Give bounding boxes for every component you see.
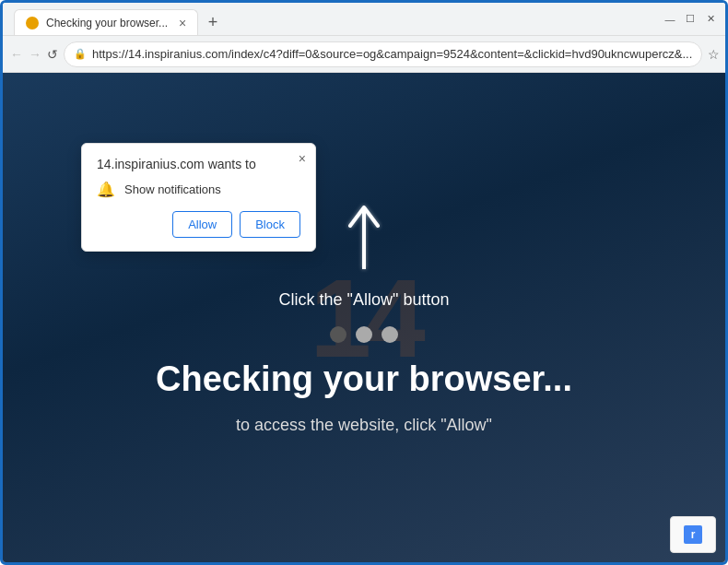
dot-3 bbox=[382, 326, 398, 343]
tab-title: Checking your browser... bbox=[46, 17, 168, 29]
url-text: https://14.inspiranius.com/index/c4?diff… bbox=[92, 47, 692, 61]
recaptcha-badge: r bbox=[670, 516, 716, 553]
bookmark-star-icon[interactable]: ☆ bbox=[708, 47, 720, 62]
dot-2 bbox=[356, 326, 372, 343]
title-bar: Checking your browser... × + — ☐ ✕ bbox=[3, 3, 725, 36]
back-button[interactable]: ← bbox=[10, 43, 23, 65]
page-content: 14 × 14.inspiranius.com wants to 🔔 Show … bbox=[3, 73, 725, 562]
arrow-instruction-graphic bbox=[341, 200, 387, 274]
popup-permission-row: 🔔 Show notifications bbox=[97, 181, 300, 198]
main-title: Checking your browser... bbox=[156, 359, 572, 399]
notification-popup: × 14.inspiranius.com wants to 🔔 Show not… bbox=[81, 143, 316, 252]
loading-dots bbox=[330, 326, 398, 343]
popup-wants-to-text: wants to bbox=[208, 157, 256, 171]
popup-buttons: Allow Block bbox=[97, 211, 300, 238]
window-controls: — ☐ ✕ bbox=[663, 12, 718, 27]
block-button[interactable]: Block bbox=[240, 211, 300, 238]
tab-bar: Checking your browser... × + bbox=[10, 3, 657, 35]
active-tab[interactable]: Checking your browser... × bbox=[14, 9, 198, 35]
close-button[interactable]: ✕ bbox=[703, 12, 718, 27]
tab-close-button[interactable]: × bbox=[179, 16, 186, 30]
forward-button[interactable]: → bbox=[29, 43, 41, 65]
popup-site-name: 14.inspiranius.com wants to bbox=[97, 157, 300, 171]
popup-site-name-text: 14.inspiranius.com bbox=[97, 157, 205, 171]
up-arrow-icon bbox=[341, 200, 387, 274]
back-icon: ← bbox=[10, 47, 23, 62]
reload-button[interactable]: ↺ bbox=[47, 43, 58, 65]
popup-permission-label: Show notifications bbox=[124, 182, 221, 196]
tab-favicon bbox=[26, 17, 39, 29]
dot-1 bbox=[330, 326, 346, 343]
minimize-button[interactable]: — bbox=[663, 12, 677, 27]
allow-button[interactable]: Allow bbox=[172, 211, 232, 238]
sub-text: to access the website, click "Allow" bbox=[236, 416, 492, 435]
popup-close-button[interactable]: × bbox=[299, 151, 306, 166]
new-tab-button[interactable]: + bbox=[200, 9, 226, 35]
forward-icon: → bbox=[29, 47, 41, 62]
instruction-text: Click the "Allow" button bbox=[279, 290, 450, 310]
recaptcha-shield-icon: r bbox=[684, 525, 702, 544]
address-bar: ← → ↺ 🔒 https://14.inspiranius.com/index… bbox=[3, 36, 725, 73]
lock-icon: 🔒 bbox=[74, 48, 87, 60]
bell-icon: 🔔 bbox=[97, 181, 115, 198]
maximize-button[interactable]: ☐ bbox=[683, 12, 698, 27]
url-bar[interactable]: 🔒 https://14.inspiranius.com/index/c4?di… bbox=[64, 41, 702, 67]
reload-icon: ↺ bbox=[47, 47, 58, 62]
browser-window: Checking your browser... × + — ☐ ✕ ← → ↺… bbox=[0, 0, 728, 565]
